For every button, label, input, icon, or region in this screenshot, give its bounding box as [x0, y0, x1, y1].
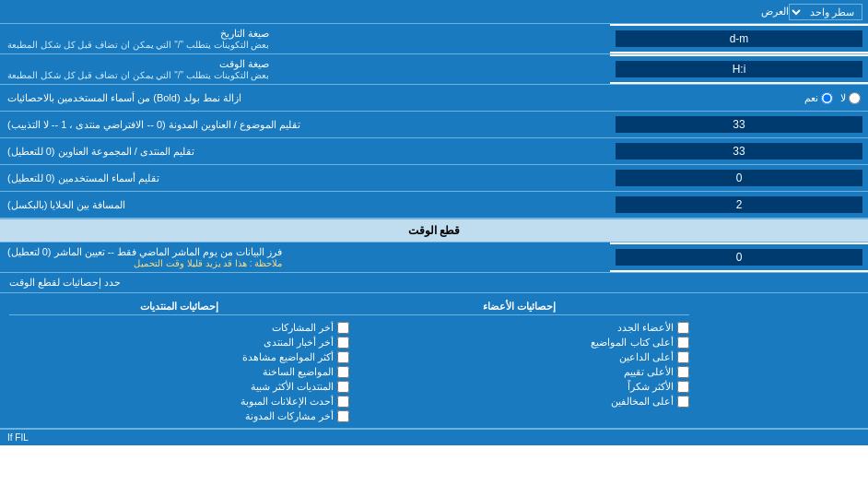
date-format-label: صيغة التاريخ بعض التكوينات يتطلب "/" الت… [0, 24, 610, 53]
bold-remove-label: ازالة نمط بولد (Bold) من أسماء المستخدمي… [0, 85, 610, 111]
cutoff-input-container[interactable] [610, 244, 868, 270]
display-select-container[interactable]: سطر واحدسطرينثلاثة أسطر [789, 4, 862, 20]
checkbox-top-posters-input[interactable] [677, 337, 689, 349]
cutoff-label: فرز البيانات من يوم الماشر الماضي فقط --… [0, 243, 610, 272]
checkbox-last-posts-input[interactable] [337, 322, 349, 334]
date-format-input[interactable] [616, 30, 862, 47]
checkbox-last-posts: أخر المشاركات [9, 322, 349, 334]
bottom-note: If FIL [0, 429, 868, 445]
cell-spacing-input-container[interactable] [610, 192, 868, 218]
forum-titles-input[interactable] [616, 143, 862, 160]
checkbox-top-viewed-t: أكثر المواضيع مشاهدة [9, 351, 349, 363]
checkbox-last-shared-label: أخر مشاركات المدونة [245, 410, 334, 422]
user-names-input-container[interactable] [610, 165, 868, 191]
checkbox-last-shared: أخر مشاركات المدونة [9, 410, 349, 422]
member-stats-col: إحصائيات الأعضاء الأعضاء الجدد أعلى كتاب… [349, 299, 689, 422]
checkbox-recent-ads-label: أحدث الإعلانات المبوبة [240, 396, 334, 408]
cell-spacing-row: المسافة بين الخلايا (بالبكسل) [0, 192, 868, 219]
checkbox-top-forums-input[interactable] [337, 381, 349, 393]
top-row: سطر واحدسطرينثلاثة أسطر العرض [0, 0, 868, 24]
checkbox-most-thanked-label: الأكثر شكراً [628, 381, 674, 393]
checkbox-top-thanked: أعلى الداعين [349, 351, 689, 363]
checkbox-most-rated-input[interactable] [677, 366, 689, 378]
member-stats-header: إحصائيات الأعضاء [349, 299, 689, 315]
checkbox-top-posters: أعلى كتاب المواضيع [349, 337, 689, 349]
checkbox-top-thanked-input[interactable] [677, 351, 689, 363]
forum-titles-label: تقليم المنتدى / المجموعة العناوين (0 للت… [0, 138, 610, 164]
checkbox-hot-topics-input[interactable] [337, 366, 349, 378]
checkbox-most-rated-label: الأعلى تقييم [624, 366, 674, 378]
user-names-row: تقليم أسماء المستخدمين (0 للتعطيل) [0, 165, 868, 192]
checkbox-new-members-input[interactable] [677, 322, 689, 334]
checkbox-last-shared-input[interactable] [337, 410, 349, 422]
checkbox-recent-ads: أحدث الإعلانات المبوبة [9, 396, 349, 408]
checkbox-top-viewed-m: أعلى المخالفين [349, 396, 689, 408]
checkbox-hot-topics-label: المواضيع الساخنة [263, 366, 334, 378]
date-format-row: صيغة التاريخ بعض التكوينات يتطلب "/" الت… [0, 24, 868, 54]
cutoff-input[interactable] [616, 249, 862, 266]
checkbox-top-viewed-m-label: أعلى المخالفين [611, 396, 674, 408]
forum-titles-row: تقليم المنتدى / المجموعة العناوين (0 للت… [0, 138, 868, 165]
checkbox-top-forums: المنتديات الأكثر شبية [9, 381, 349, 393]
empty-col [689, 299, 859, 422]
checkbox-top-viewed-m-input[interactable] [677, 396, 689, 408]
topic-titles-row: تقليم الموضوع / العناوين المدونة (0 -- ا… [0, 112, 868, 138]
user-names-label: تقليم أسماء المستخدمين (0 للتعطيل) [0, 165, 610, 191]
checkbox-top-thanked-label: أعلى الداعين [619, 351, 674, 363]
section-header: قطع الوقت [0, 219, 868, 243]
bold-radio-yes[interactable]: نعم [804, 92, 833, 104]
topic-titles-label: تقليم الموضوع / العناوين المدونة (0 -- ا… [0, 112, 610, 137]
checkbox-recent-ads-input[interactable] [337, 396, 349, 408]
topic-titles-input-container[interactable] [610, 112, 868, 137]
checkbox-most-thanked: الأكثر شكراً [349, 381, 689, 393]
bold-remove-row: لا نعم ازالة نمط بولد (Bold) من أسماء ال… [0, 85, 868, 112]
checkbox-forum-news-label: أخر أخبار المنتدى [264, 337, 334, 349]
display-select[interactable]: سطر واحدسطرينثلاثة أسطر [789, 4, 862, 20]
bold-radio-container: لا نعم [610, 85, 868, 111]
time-format-row: صيغة الوقت بعض التكوينات يتطلب "/" التي … [0, 54, 868, 85]
top-row-label: العرض [6, 6, 789, 18]
forum-stats-col: إحصائيات المنتديات أخر المشاركات أخر أخب… [9, 299, 349, 422]
checkbox-top-forums-label: المنتديات الأكثر شبية [251, 381, 334, 393]
cell-spacing-label: المسافة بين الخلايا (بالبكسل) [0, 192, 610, 218]
time-format-label: صيغة الوقت بعض التكوينات يتطلب "/" التي … [0, 54, 610, 84]
checkboxes-section: إحصائيات الأعضاء الأعضاء الجدد أعلى كتاب… [0, 293, 868, 429]
cell-spacing-input[interactable] [616, 196, 862, 213]
time-format-input-container[interactable] [610, 56, 868, 82]
date-format-input-container[interactable] [610, 26, 868, 52]
checkbox-new-members: الأعضاء الجدد [349, 322, 689, 334]
checkbox-forum-news: أخر أخبار المنتدى [9, 337, 349, 349]
cutoff-row: فرز البيانات من يوم الماشر الماضي فقط --… [0, 243, 868, 273]
limit-row: حدد إحصائيات لقطع الوقت [0, 273, 868, 293]
forum-titles-input-container[interactable] [610, 138, 868, 164]
topic-titles-input[interactable] [616, 116, 862, 133]
checkbox-most-rated: الأعلى تقييم [349, 366, 689, 378]
time-format-input[interactable] [616, 61, 862, 77]
checkbox-top-posters-label: أعلى كتاب المواضيع [591, 337, 673, 349]
checkbox-top-viewed-t-input[interactable] [337, 351, 349, 363]
checkbox-last-posts-label: أخر المشاركات [272, 322, 334, 334]
user-names-input[interactable] [616, 170, 862, 186]
checkbox-top-viewed-t-label: أكثر المواضيع مشاهدة [242, 351, 334, 363]
checkbox-new-members-label: الأعضاء الجدد [617, 322, 674, 334]
checkbox-forum-news-input[interactable] [337, 337, 349, 349]
checkbox-hot-topics: المواضيع الساخنة [9, 366, 349, 378]
bold-radio-no[interactable]: لا [840, 92, 861, 104]
forum-stats-header: إحصائيات المنتديات [9, 299, 349, 315]
checkbox-most-thanked-input[interactable] [677, 381, 689, 393]
